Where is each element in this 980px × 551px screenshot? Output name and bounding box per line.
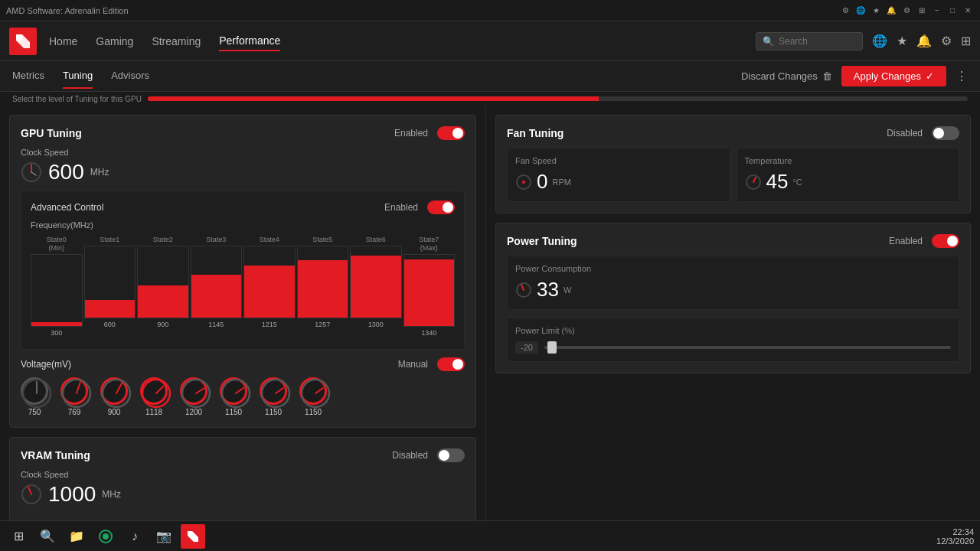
file-explorer-button[interactable]: 📁	[64, 524, 89, 549]
temperature-unit: °C	[792, 178, 802, 187]
power-tuning-toggle[interactable]	[932, 234, 959, 248]
voltage-section: Voltage(mV) Manual	[21, 357, 465, 416]
freq-bar-state4-label: State4	[260, 236, 279, 244]
title-bar: AMD Software: Adrenalin Edition ⚙ 🌐 ★ 🔔 …	[0, 0, 980, 21]
apply-changes-button[interactable]: Apply Changes ✓	[841, 66, 946, 86]
settings-nav-icon[interactable]: ⚙	[941, 34, 952, 48]
voltage-dial-6-circle	[260, 377, 287, 405]
more-options-icon[interactable]: ⋮	[956, 69, 968, 83]
temperature-box: Temperature 45 °C	[737, 148, 960, 202]
freq-bar-state1[interactable]: State1 600	[84, 236, 136, 328]
fan-tuning-toggle[interactable]	[932, 126, 959, 140]
vram-clock-row: 1000 MHz	[21, 482, 465, 507]
freq-bar-state3-wrapper	[191, 246, 243, 318]
content-area: GPU Tuning Enabled Clock Speed 600 MHz	[0, 106, 980, 551]
nav-gaming[interactable]: Gaming	[96, 32, 133, 51]
freq-bar-state3[interactable]: State3 1145	[191, 236, 243, 328]
bell-nav-icon[interactable]: 🔔	[916, 34, 932, 48]
power-consumption-label: Power Consumption	[515, 264, 951, 273]
close-button[interactable]: ✕	[962, 5, 974, 17]
voltage-dial-2-circle	[100, 377, 128, 405]
sub-nav-links: Metrics Tuning Advisors	[12, 64, 149, 89]
globe-nav-icon[interactable]: 🌐	[872, 34, 887, 48]
power-limit-slider-thumb[interactable]	[547, 341, 557, 354]
search-taskbar-button[interactable]: 🔍	[35, 524, 60, 549]
freq-bar-state2[interactable]: State2 900	[137, 236, 189, 328]
power-limit-slider-row: -20	[515, 341, 951, 354]
progress-bar-container	[148, 96, 968, 101]
freq-bar-state2-label: State2	[153, 236, 173, 244]
frequency-label: Frequency(MHz)	[31, 220, 455, 230]
freq-bar-state6[interactable]: State6 1300	[350, 236, 402, 328]
subnav-metrics[interactable]: Metrics	[12, 64, 44, 89]
nav-performance[interactable]: Performance	[219, 31, 280, 51]
freq-bar-state0-fill	[31, 322, 82, 326]
title-bar-controls: ⚙ 🌐 ★ 🔔 ⚙ ⊞ − □ ✕	[839, 5, 974, 17]
power-tuning-toggle-thumb	[947, 236, 958, 246]
settings-icon[interactable]: ⚙	[839, 5, 851, 17]
globe-icon[interactable]: 🌐	[854, 5, 867, 17]
nav-home[interactable]: Home	[49, 32, 77, 51]
grid-nav-icon[interactable]: ⊞	[961, 34, 971, 48]
right-panel: Fan Tuning Disabled Fan Speed	[486, 106, 980, 551]
voltage-dial-4[interactable]: 1200	[180, 377, 207, 416]
star-nav-icon[interactable]: ★	[897, 34, 907, 48]
voltage-dial-0-circle	[21, 377, 48, 405]
subnav-tuning[interactable]: Tuning	[63, 64, 93, 89]
advanced-control-status: Enabled	[384, 201, 455, 214]
grid-icon[interactable]: ⊞	[916, 5, 928, 17]
discard-label: Discard Changes	[741, 70, 818, 82]
voltage-dial-7-circle	[299, 377, 327, 405]
left-panel: GPU Tuning Enabled Clock Speed 600 MHz	[0, 106, 486, 551]
discard-changes-button[interactable]: Discard Changes 🗑	[741, 70, 832, 82]
advanced-control-toggle-thumb	[443, 202, 453, 213]
search-input[interactable]	[779, 36, 855, 47]
gpu-tuning-toggle[interactable]	[437, 126, 465, 140]
power-limit-slider-track[interactable]	[544, 346, 951, 349]
voltage-dial-5[interactable]: 1150	[220, 377, 247, 416]
voltage-dial-6[interactable]: 1150	[260, 377, 287, 416]
power-tuning-title: Power Tuning	[507, 235, 577, 247]
bell-icon[interactable]: 🔔	[885, 5, 897, 17]
voltage-toggle[interactable]	[437, 357, 465, 371]
freq-bar-state5-fill	[298, 260, 348, 317]
freq-bar-state4[interactable]: State4 1215	[243, 236, 296, 328]
start-button[interactable]: ⊞	[6, 524, 31, 549]
temperature-value: 45	[766, 170, 789, 194]
voltage-dial-2[interactable]: 900	[100, 377, 128, 416]
freq-bar-state3-fill	[191, 275, 242, 318]
maximize-button[interactable]: □	[946, 5, 959, 17]
gear-icon[interactable]: ⚙	[900, 5, 913, 17]
nav-streaming[interactable]: Streaming	[152, 32, 201, 51]
browser-button[interactable]	[93, 524, 118, 549]
voltage-dial-1[interactable]: 769	[60, 377, 88, 416]
camera-button[interactable]: 📷	[152, 524, 176, 549]
freq-bar-state2-fill	[138, 285, 188, 318]
voltage-dial-0[interactable]: 750	[21, 377, 48, 416]
freq-bar-state1-wrapper	[84, 246, 136, 318]
fan-speed-value-row: 0 RPM	[515, 170, 722, 194]
freq-bar-state5[interactable]: State5 1257	[297, 236, 349, 328]
gpu-tuning-title: GPU Tuning	[21, 127, 82, 139]
freq-bar-state0[interactable]: State0(Min) 300	[31, 236, 83, 337]
power-tuning-card: Power Tuning Enabled Power Consumption 3…	[495, 223, 971, 373]
voltage-dial-7[interactable]: 1150	[299, 377, 327, 416]
advanced-control-toggle[interactable]	[427, 201, 455, 214]
check-icon: ✓	[926, 70, 934, 82]
freq-bar-state5-label: State5	[312, 236, 332, 244]
music-button[interactable]: ♪	[122, 524, 147, 549]
freq-bar-state5-wrapper	[297, 246, 349, 318]
gpu-tuning-status-label: Enabled	[394, 128, 428, 139]
freq-bar-state7[interactable]: State7(Max) 1340	[403, 236, 456, 337]
voltage-dial-3[interactable]: 1118	[140, 377, 168, 416]
star-icon[interactable]: ★	[870, 5, 882, 17]
subnav-advisors[interactable]: Advisors	[111, 64, 149, 89]
vram-tuning-toggle[interactable]	[437, 448, 465, 462]
minimize-button[interactable]: −	[931, 5, 943, 17]
amd-logo	[9, 28, 37, 55]
nav-right: 🔍 🌐 ★ 🔔 ⚙ ⊞	[756, 32, 971, 51]
amd-taskbar-app[interactable]	[181, 524, 205, 549]
voltage-dial-5-circle	[220, 377, 247, 405]
taskbar-time: 22:34 12/3/2020	[936, 527, 974, 546]
search-box[interactable]: 🔍	[756, 32, 863, 51]
